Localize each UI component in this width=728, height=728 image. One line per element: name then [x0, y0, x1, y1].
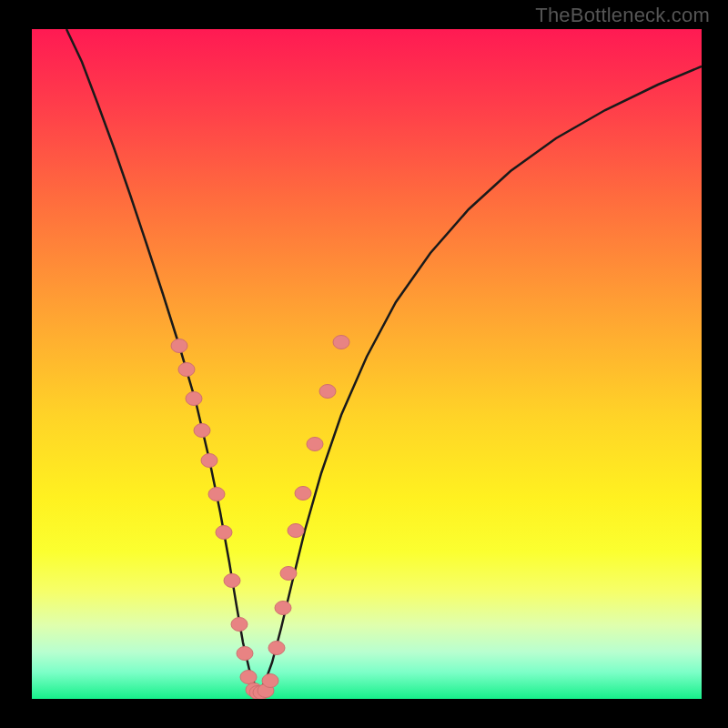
data-dot [240, 671, 257, 684]
data-dot [333, 336, 349, 349]
data-dot [194, 424, 210, 438]
data-dot [231, 618, 248, 632]
curve-right [258, 66, 702, 693]
curve-layer [32, 29, 702, 699]
data-dot [171, 339, 187, 353]
data-dot [224, 574, 240, 588]
data-dot [295, 487, 311, 500]
data-dot [268, 642, 285, 655]
chart-frame: TheBottleneck.com [0, 0, 728, 728]
data-dot [186, 392, 202, 406]
data-dot [237, 647, 253, 661]
data-dot [216, 526, 232, 540]
data-dot [319, 385, 336, 399]
data-dot [178, 363, 195, 377]
curve-left [66, 29, 258, 693]
data-dot [280, 567, 297, 581]
data-dot [307, 438, 323, 451]
data-dots [171, 336, 349, 700]
plot-area [32, 29, 702, 699]
data-dot [288, 524, 304, 538]
data-dot [208, 488, 225, 501]
data-dot [262, 674, 278, 688]
data-dot [275, 602, 291, 615]
data-dot [201, 454, 217, 468]
watermark-text: TheBottleneck.com [535, 4, 710, 27]
